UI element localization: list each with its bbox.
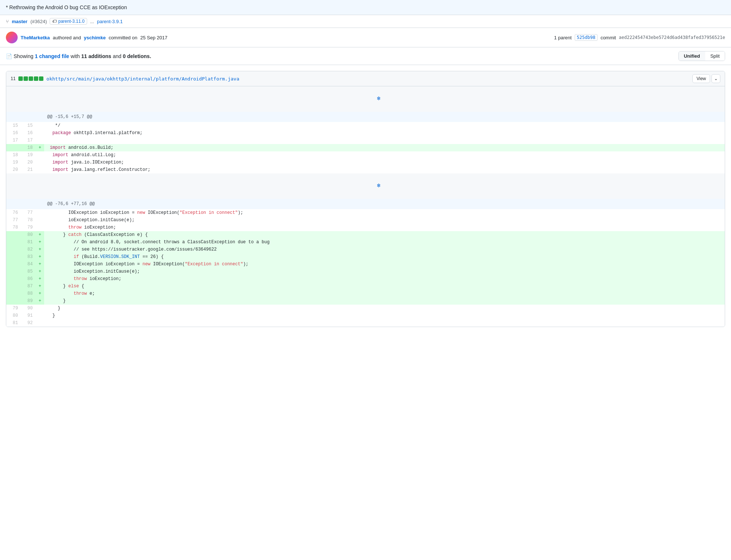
diff-container: 11 okhttp/src/main/java/okhttp3/internal… — [6, 71, 725, 327]
old-line-num — [6, 231, 21, 238]
hunk-old-num — [6, 112, 21, 122]
sq3 — [29, 76, 33, 81]
old-line-num: 77 — [6, 216, 21, 224]
table-row: 83 + if (Build.VERSION.SDK_INT == 26) { — [6, 253, 725, 261]
old-line-num: 17 — [6, 137, 21, 144]
table-row: 77 78 ioException.initCause(e); — [6, 216, 725, 224]
author1-name[interactable]: TheMarketka — [21, 35, 50, 40]
line-type — [36, 129, 44, 137]
line-type — [36, 319, 44, 327]
new-line-num: 19 — [21, 151, 36, 159]
line-code: throw e; — [44, 290, 725, 297]
line-type: + — [36, 238, 44, 246]
line-code: IOException ioException = new IOExceptio… — [44, 261, 725, 268]
old-line-num: 81 — [6, 319, 21, 327]
line-type — [36, 122, 44, 129]
additions-count: 11 additions — [81, 53, 111, 59]
sq2 — [24, 76, 28, 81]
new-line-num: 80 — [21, 231, 36, 238]
authored-label: authored and — [53, 35, 81, 40]
diff-file-actions: View ⌄ — [692, 74, 720, 83]
diff-file-header: 11 okhttp/src/main/java/okhttp3/internal… — [6, 71, 725, 86]
old-line-num: 18 — [6, 151, 21, 159]
line-type: + — [36, 253, 44, 261]
table-row: 79 90 } — [6, 305, 725, 312]
hunk-new-num — [21, 199, 36, 209]
unified-button[interactable]: Unified — [679, 51, 705, 61]
line-type — [36, 151, 44, 159]
avatar — [6, 32, 18, 43]
split-button[interactable]: Split — [705, 51, 725, 61]
new-line-num: 92 — [21, 319, 36, 327]
line-type — [36, 209, 44, 216]
branch-name[interactable]: master — [12, 19, 28, 24]
hunk-content-1: @@ -15,6 +15,7 @@ — [44, 112, 725, 122]
table-row: 85 + ioException.initCause(e); — [6, 268, 725, 275]
sq5 — [39, 76, 43, 81]
hunk-old-num — [6, 199, 21, 209]
parent-old[interactable]: parent-3.9.1 — [97, 19, 123, 24]
parent-tag[interactable]: parent-3.11.0 — [58, 19, 84, 24]
line-type: + — [36, 275, 44, 283]
hunk-new-num — [21, 112, 36, 122]
new-line-num: 84 — [21, 261, 36, 268]
line-code: } else { — [44, 283, 725, 290]
diff-filename[interactable]: okhttp/src/main/java/okhttp3/internal/pl… — [46, 76, 239, 82]
expand-icon-1[interactable]: ❄ — [377, 96, 381, 102]
new-line-num: 88 — [21, 290, 36, 297]
table-row: 15 15 */ — [6, 122, 725, 129]
table-row: 78 79 throw ioException; — [6, 224, 725, 231]
old-line-num — [6, 246, 21, 253]
new-line-num: 81 — [21, 238, 36, 246]
line-type: + — [36, 231, 44, 238]
line-code: import android.util.Log; — [44, 151, 725, 159]
sq1 — [18, 76, 23, 81]
new-line-num: 89 — [21, 297, 36, 305]
new-line-num: 78 — [21, 216, 36, 224]
old-line-num: 80 — [6, 312, 21, 319]
table-row: 82 + // see https://issuetracker.google.… — [6, 246, 725, 253]
files-header: 📄 Showing 1 changed file with 11 additio… — [0, 47, 731, 65]
table-row: 18 19 import android.util.Log; — [6, 151, 725, 159]
view-file-button[interactable]: View — [692, 74, 710, 83]
old-line-num — [6, 268, 21, 275]
author-row: TheMarketka authored and yschimke commit… — [0, 28, 731, 47]
parent-label: 1 parent — [554, 35, 572, 40]
changed-count[interactable]: 1 changed file — [35, 53, 69, 59]
branch-icon: ⑂ — [6, 19, 9, 24]
line-code: import java.lang.reflect.Constructor; — [44, 166, 725, 173]
old-line-num — [6, 297, 21, 305]
new-line-num: 83 — [21, 253, 36, 261]
new-line-num: 79 — [21, 224, 36, 231]
line-type — [36, 159, 44, 166]
line-code: import android.os.Build; — [44, 144, 725, 151]
new-line-num: 87 — [21, 283, 36, 290]
line-code — [44, 319, 725, 327]
author2-name[interactable]: yschimke — [84, 35, 106, 40]
table-row: 76 77 IOException ioException = new IOEx… — [6, 209, 725, 216]
line-type: + — [36, 290, 44, 297]
line-code: throw ioException; — [44, 224, 725, 231]
committed-label: committed on — [108, 35, 137, 40]
expand-icon-2[interactable]: ❄ — [377, 183, 381, 189]
new-line-num: 82 — [21, 246, 36, 253]
hunk-header-1: @@ -15,6 +15,7 @@ — [6, 112, 725, 122]
diff-table: ❄ @@ -15,6 +15,7 @@ 15 15 */ 16 16 — [6, 86, 725, 327]
line-type — [36, 137, 44, 144]
line-type: + — [36, 246, 44, 253]
line-type — [36, 312, 44, 319]
table-row: 80 91 } — [6, 312, 725, 319]
old-line-num: 20 — [6, 166, 21, 173]
parent-hash-link[interactable]: 525db98 — [575, 34, 598, 41]
line-code: import java.io.IOException; — [44, 159, 725, 166]
collapse-diff-button[interactable]: ⌄ — [712, 74, 720, 83]
new-line-num: 85 — [21, 268, 36, 275]
old-line-num — [6, 275, 21, 283]
commit-date: 25 Sep 2017 — [140, 35, 167, 40]
hunk-content-2: @@ -76,6 +77,16 @@ — [44, 199, 725, 209]
new-line-num: 20 — [21, 159, 36, 166]
new-line-num: 91 — [21, 312, 36, 319]
table-row: 16 16 package okhttp3.internal.platform; — [6, 129, 725, 137]
new-line-num: 18 — [21, 144, 36, 151]
table-row: 84 + IOException ioException = new IOExc… — [6, 261, 725, 268]
